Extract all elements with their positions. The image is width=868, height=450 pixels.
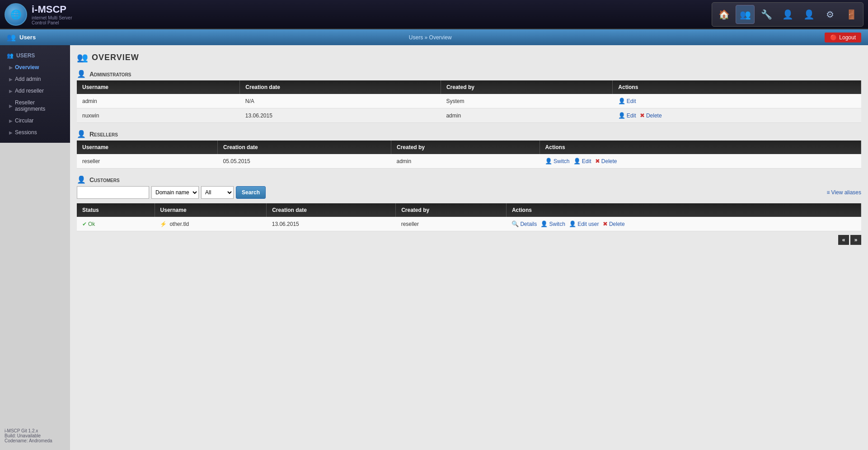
reseller-delete-link[interactable]: ✖ Delete (595, 158, 617, 164)
table-row: admin N/A System 👤 Edit (77, 94, 861, 108)
administrators-table-header-row: Username Creation date Created by Action… (77, 80, 861, 94)
layout: 👥 Users ▶ Overview ▶ Add admin ▶ Add res… (0, 45, 868, 450)
customer-col-creation-date: Creation date (267, 203, 396, 217)
customers-section-header: 👤 Customers (77, 175, 861, 184)
list-icon: ≡ (827, 189, 830, 196)
admin-delete-link-1[interactable]: ✖ Delete (640, 112, 662, 119)
header-navigation: 🏠 👥 🔧 👤 👤 ⚙ 🚪 (712, 2, 863, 27)
sidebar-item-add-admin[interactable]: ▶ Add admin (0, 73, 70, 85)
app-name: i-MSCP (32, 4, 72, 15)
reseller-col-created-by: Created by (391, 141, 540, 154)
customer-col-actions: Actions (506, 203, 861, 217)
domain-icon: ⚡ (160, 221, 167, 227)
resellers-table-body: reseller 05.05.2015 admin 👤 Switch 👤 Edi… (77, 154, 861, 169)
users-topbar-icon: 👥 (7, 33, 16, 42)
logout-button[interactable]: 🔴 Logout (825, 33, 861, 42)
customers-table: Status Username Creation date Created by… (77, 203, 861, 231)
delete-icon: ✖ (640, 112, 645, 119)
sidebar-item-circular[interactable]: ▶ Circular (0, 115, 70, 127)
sidebar-footer: i-MSCP Git 1.2.x Build: Unavailable Code… (2, 426, 55, 445)
edit-icon: 👤 (618, 112, 625, 119)
administrators-section-header: 👤 Administrators (77, 70, 861, 78)
edit-icon: 👤 (618, 98, 625, 104)
nav-home-icon[interactable]: 🏠 (714, 5, 733, 24)
customer-username-cell: ⚡ other.tld (155, 217, 267, 231)
admin-col-created-by: Created by (441, 80, 612, 94)
admin-actions-cell: 👤 Edit ✖ Delete (613, 108, 861, 123)
sidebar-section-users: 👥 Users ▶ Overview ▶ Add admin ▶ Add res… (0, 45, 70, 143)
sidebar-item-add-reseller[interactable]: ▶ Add reseller (0, 85, 70, 97)
customer-col-username: Username (155, 203, 267, 217)
nav-resellers-icon[interactable]: 👤 (778, 5, 797, 24)
arrow-icon: ▶ (9, 65, 13, 70)
customers-table-head: Status Username Creation date Created by… (77, 203, 861, 217)
view-aliases-link[interactable]: ≡ View aliases (827, 189, 862, 196)
logo-icon: 🌐 (5, 3, 27, 26)
page-title-block: 👥 Overview (77, 52, 861, 63)
sidebar-users-icon: 👥 (7, 52, 14, 59)
reseller-edit-link[interactable]: 👤 Edit (573, 158, 591, 164)
admin-actions-cell: 👤 Edit (613, 94, 861, 108)
reseller-username-cell: reseller (77, 154, 218, 169)
nav-customers-icon[interactable]: 👤 (799, 5, 818, 24)
administrators-table-head: Username Creation date Created by Action… (77, 80, 861, 94)
page-title-icon: 👥 (77, 52, 88, 63)
customer-date-cell: 13.06.2015 (267, 217, 396, 231)
sidebar-item-overview[interactable]: ▶ Overview (0, 61, 70, 73)
breadcrumb-home[interactable]: Users (409, 34, 423, 41)
customer-search-bar: Domain name Username Email All Active In… (77, 186, 861, 199)
nav-users-icon[interactable]: 👥 (736, 5, 755, 24)
details-icon: 🔍 (511, 220, 519, 227)
sidebar-section-title: 👥 Users (0, 50, 70, 61)
resellers-section-title: Resellers (89, 131, 118, 138)
administrators-table: Username Creation date Created by Action… (77, 80, 861, 123)
resellers-table-head: Username Creation date Created by Action… (77, 141, 861, 154)
admin-edit-link-0[interactable]: 👤 Edit (618, 98, 636, 104)
admin-username-cell: nuxwin (77, 108, 240, 123)
reseller-switch-link[interactable]: 👤 Switch (545, 158, 569, 164)
reseller-date-cell: 05.05.2015 (218, 154, 391, 169)
admin-col-username: Username (77, 80, 240, 94)
next-page-button[interactable]: » (850, 235, 861, 245)
app-tagline: internet Multi Server Control Panel (32, 15, 72, 25)
customer-delete-link[interactable]: ✖ Delete (603, 220, 625, 227)
nav-tools-icon[interactable]: 🔧 (757, 5, 776, 24)
table-row: nuxwin 13.06.2015 admin 👤 Edit ✖ Delete (77, 108, 861, 123)
customer-actions-cell: 🔍 Details 👤 Switch 👤 Edit user ✖ (506, 217, 861, 231)
sidebar-item-sessions[interactable]: ▶ Sessions (0, 127, 70, 138)
search-bar-left: Domain name Username Email All Active In… (77, 186, 266, 199)
nav-settings-icon[interactable]: ⚙ (821, 5, 840, 24)
admin-edit-link-1[interactable]: 👤 Edit (618, 112, 636, 119)
sidebar: 👥 Users ▶ Overview ▶ Add admin ▶ Add res… (0, 45, 70, 143)
arrow-icon: ▶ (9, 130, 13, 135)
breadcrumb-current: Overview (429, 34, 452, 41)
sidebar-item-reseller-assignments[interactable]: ▶ Reseller assignments (0, 97, 70, 115)
resellers-section-header: 👤 Resellers (77, 130, 861, 138)
status-filter-select[interactable]: All Active Inactive (201, 186, 234, 199)
customer-section-icon: 👤 (77, 175, 86, 184)
delete-icon: ✖ (603, 220, 608, 227)
topbar: 👥 Users Users » Overview 🔴 Logout (0, 29, 868, 45)
customer-edituser-link[interactable]: 👤 Edit user (569, 220, 599, 227)
build-text: Build: Unavailable (5, 433, 52, 438)
arrow-icon: ▶ (9, 77, 13, 82)
reseller-col-username: Username (77, 141, 218, 154)
logo: 🌐 i-MSCP internet Multi Server Control P… (5, 3, 72, 26)
customer-col-created-by: Created by (396, 203, 507, 217)
admin-date-cell: 13.06.2015 (240, 108, 441, 123)
resellers-table-header-row: Username Creation date Created by Action… (77, 141, 861, 154)
search-button[interactable]: Search (236, 186, 266, 199)
customer-switch-link[interactable]: 👤 Switch (540, 220, 565, 227)
codename-text: Codename: Andromeda (5, 438, 52, 443)
reseller-section-icon: 👤 (77, 130, 86, 138)
switch-icon: 👤 (545, 158, 552, 164)
nav-logout-icon[interactable]: 🚪 (842, 5, 861, 24)
status-ok-badge: ✔ Ok (82, 221, 149, 227)
customer-details-link[interactable]: 🔍 Details (511, 220, 537, 227)
logout-icon: 🔴 (830, 34, 837, 41)
pagination: « » (77, 235, 861, 245)
prev-page-button[interactable]: « (838, 235, 849, 245)
search-input[interactable] (77, 186, 149, 199)
reseller-col-actions: Actions (540, 141, 861, 154)
domain-filter-select[interactable]: Domain name Username Email (151, 186, 199, 199)
